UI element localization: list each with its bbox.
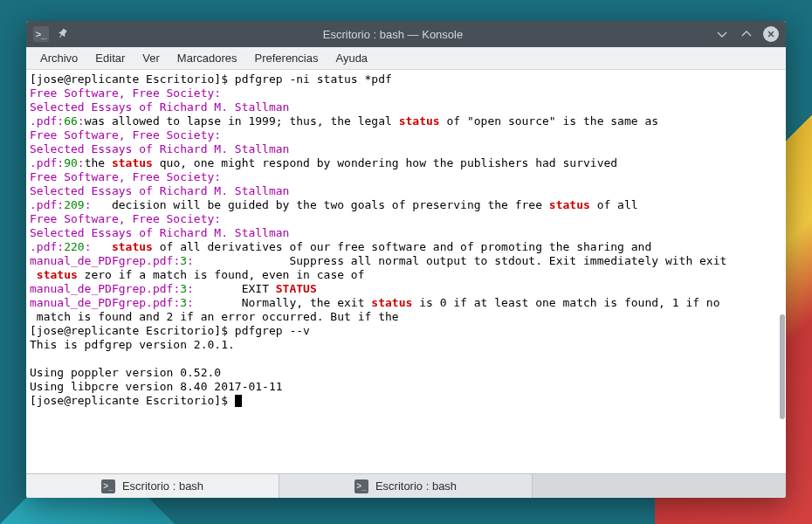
konsole-window: >_ Escritorio : bash — Konsole Archivo E… xyxy=(26,21,786,498)
tabbar: >_ Escritorio : bash >_ Escritorio : bas… xyxy=(26,473,786,498)
match: status xyxy=(371,296,412,309)
file: manual_de_PDFgrep.pdf xyxy=(30,296,173,309)
match: STATUS xyxy=(276,282,317,295)
menu-archivo[interactable]: Archivo xyxy=(33,50,85,66)
match: status xyxy=(549,198,590,211)
tab-2[interactable]: >_ Escritorio : bash xyxy=(279,474,533,498)
output-line: Selected Essays of Richard M. Stallman xyxy=(30,184,289,197)
output-line: Free Software, Free Society: xyxy=(30,170,221,183)
tab-1[interactable]: >_ Escritorio : bash xyxy=(26,474,279,498)
match: status xyxy=(112,156,153,169)
scrollbar-thumb[interactable] xyxy=(780,314,785,419)
output-line: match is found and 2 if an error occurre… xyxy=(30,310,399,323)
output-line: Free Software, Free Society: xyxy=(30,212,221,225)
window-title: Escritorio : bash — Konsole xyxy=(72,28,714,41)
close-icon[interactable] xyxy=(763,26,779,42)
line-number: 3 xyxy=(180,296,187,309)
menu-marcadores[interactable]: Marcadores xyxy=(170,50,244,66)
match: status xyxy=(37,268,78,281)
prompt: [jose@replicante Escritorio]$ xyxy=(30,72,235,86)
line-number: 220 xyxy=(64,240,84,253)
maximize-icon[interactable] xyxy=(739,26,754,42)
match: status xyxy=(112,240,153,253)
file: .pdf xyxy=(30,198,57,211)
terminal-icon: >_ xyxy=(354,479,368,493)
menu-preferencias[interactable]: Preferencias xyxy=(247,50,325,66)
command: pdfgrep -ni status *pdf xyxy=(235,72,392,86)
file: .pdf xyxy=(30,240,57,253)
prompt: [jose@replicante Escritorio]$ xyxy=(30,324,235,337)
menu-ayuda[interactable]: Ayuda xyxy=(328,50,375,66)
output-line: Using libpcre version 8.40 2017-01-11 xyxy=(30,380,283,393)
prompt: [jose@replicante Escritorio]$ xyxy=(30,394,235,407)
line-number: 90 xyxy=(64,156,78,169)
output-line: Free Software, Free Society: xyxy=(30,86,221,100)
menu-editar[interactable]: Editar xyxy=(88,50,132,66)
minimize-icon[interactable] xyxy=(714,26,730,42)
titlebar[interactable]: >_ Escritorio : bash — Konsole xyxy=(26,21,786,47)
cursor xyxy=(235,395,242,407)
output-line: This is pdfgrep version 2.0.1. xyxy=(30,338,235,351)
file: .pdf xyxy=(30,114,57,128)
tab-label: Escritorio : bash xyxy=(122,479,203,493)
file: .pdf xyxy=(30,156,57,169)
file: manual_de_PDFgrep.pdf xyxy=(30,254,173,267)
tab-label: Escritorio : bash xyxy=(375,479,457,493)
app-icon: >_ xyxy=(33,26,49,42)
line-number: 66 xyxy=(64,114,78,128)
match: status xyxy=(399,114,440,128)
output-line: Free Software, Free Society: xyxy=(30,128,221,141)
file: manual_de_PDFgrep.pdf xyxy=(30,282,173,295)
menubar: Archivo Editar Ver Marcadores Preferenci… xyxy=(26,47,786,70)
output-line: Selected Essays of Richard M. Stallman xyxy=(30,100,289,114)
line-number: 209 xyxy=(64,198,84,211)
output-line: Selected Essays of Richard M. Stallman xyxy=(30,226,289,239)
pin-icon[interactable] xyxy=(56,26,72,42)
line-number: 3 xyxy=(180,282,187,295)
command: pdfgrep --v xyxy=(235,324,310,337)
line-number: 3 xyxy=(180,254,187,267)
terminal-icon: >_ xyxy=(101,479,115,493)
output-line: Using poppler version 0.52.0 xyxy=(30,366,221,379)
scrollbar[interactable] xyxy=(775,70,786,473)
terminal-output[interactable]: [jose@replicante Escritorio]$ pdfgrep -n… xyxy=(26,70,786,473)
output-line: Selected Essays of Richard M. Stallman xyxy=(30,142,289,155)
menu-ver[interactable]: Ver xyxy=(135,50,167,66)
